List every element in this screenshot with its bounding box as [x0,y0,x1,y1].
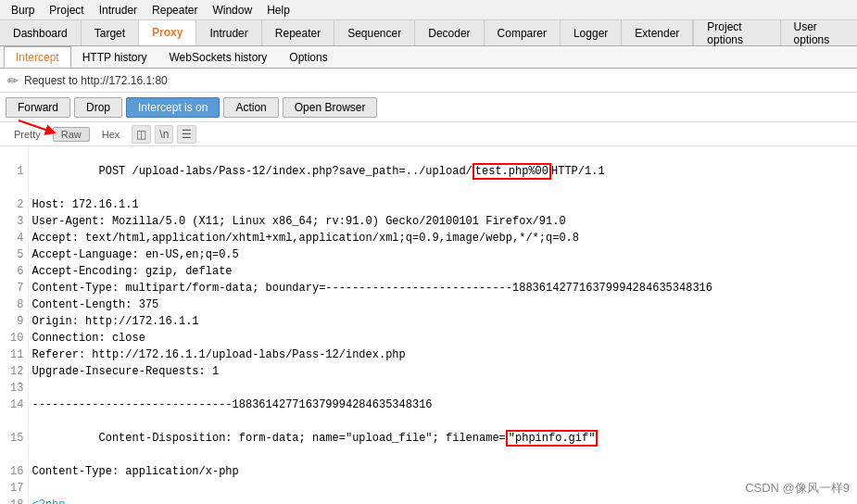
table-row: 2 Host: 172.16.1.1 [0,196,857,213]
line-number: 17 [0,480,28,497]
line-number: 2 [0,196,28,213]
menu-window[interactable]: Window [205,2,259,19]
line-number: 12 [0,363,28,380]
tab-decoder[interactable]: Decoder [415,20,484,45]
line-number: 15 [0,413,28,463]
line-content [28,380,857,397]
sub-tab-websockets[interactable]: WebSockets history [158,46,279,68]
table-row: 4 Accept: text/html,application/xhtml+xm… [0,230,857,246]
tab-intruder[interactable]: Intruder [196,20,261,45]
intercept-on-button[interactable]: Intercept is on [126,97,220,118]
menu-help[interactable]: Help [259,2,297,19]
main-tab-right: Project options User options [693,20,857,45]
view-raw[interactable]: Raw [53,127,90,142]
line-number: 13 [0,380,28,397]
view-bar: Pretty Raw Hex ◫ \n ☰ [0,122,857,146]
line-content: Referer: http://172.16.1.1/upload-labs/P… [28,346,857,363]
tab-user-options[interactable]: User options [780,20,857,45]
request-content-table: 1 POST /upload-labs/Pass-12/index.php?sa… [0,146,857,504]
sub-tab-intercept[interactable]: Intercept [4,46,71,68]
table-row: 18 <?php [0,497,857,504]
line-content: Origin: http://172.16.1.1 [28,313,857,330]
table-row: 10 Connection: close [0,330,857,346]
line-content: Content-Type: application/x-php [28,463,857,480]
menu-project[interactable]: Project [42,2,91,19]
table-row: 3 User-Agent: Mozilla/5.0 (X11; Linux x8… [0,213,857,230]
view-pretty[interactable]: Pretty [6,127,49,142]
table-row: 12 Upgrade-Insecure-Requests: 1 [0,363,857,380]
sub-tab-bar: Intercept HTTP history WebSockets histor… [0,46,857,69]
table-row: 6 Accept-Encoding: gzip, deflate [0,263,857,280]
tab-logger[interactable]: Logger [561,20,622,45]
line-text-before-15: Content-Disposition: form-data; name="up… [99,432,506,445]
table-row: 1 POST /upload-labs/Pass-12/index.php?sa… [0,146,857,196]
line-content: Host: 172.16.1.1 [28,196,857,213]
main-tab-bar: Dashboard Target Proxy Intruder Repeater… [0,20,857,46]
tab-sequencer[interactable]: Sequencer [334,20,415,45]
line-content: Accept: text/html,application/xhtml+xml,… [28,230,857,246]
request-info-bar: ✏ Request to http://172.16.1:80 [0,69,857,93]
watermark: CSDN @像风一样9 [745,480,850,497]
forward-button[interactable]: Forward [6,97,70,118]
request-info-label: Request to http://172.16.1:80 [24,74,168,87]
table-row: 16 Content-Type: application/x-php [0,463,857,480]
line-content: Connection: close [28,330,857,346]
table-row: 8 Content-Length: 375 [0,296,857,313]
line-content: Accept-Language: en-US,en;q=0.5 [28,246,857,263]
line-number: 1 [0,146,28,196]
tab-comparer[interactable]: Comparer [485,20,561,45]
line-number: 5 [0,246,28,263]
line-content: Upgrade-Insecure-Requests: 1 [28,363,857,380]
table-row: 5 Accept-Language: en-US,en;q=0.5 [0,246,857,263]
sub-tab-options[interactable]: Options [278,46,338,68]
menu-intruder[interactable]: Intruder [92,2,145,19]
highlighted-text-1: test.php%00 [473,163,551,180]
view-icon-3[interactable]: ☰ [177,125,196,144]
table-row: 9 Origin: http://172.16.1.1 [0,313,857,330]
line-number: 16 [0,463,28,480]
line-content: Content-Length: 375 [28,296,857,313]
content-area[interactable]: 1 POST /upload-labs/Pass-12/index.php?sa… [0,146,857,504]
table-row: 17 [0,480,857,497]
line-number: 11 [0,346,28,363]
tab-project-options[interactable]: Project options [693,20,779,45]
view-icon-2[interactable]: \n [155,125,173,144]
tab-repeater[interactable]: Repeater [262,20,334,45]
table-row: 15 Content-Disposition: form-data; name=… [0,413,857,463]
table-row: 11 Referer: http://172.16.1.1/upload-lab… [0,346,857,363]
line-content: Content-Type: multipart/form-data; bound… [28,280,857,296]
line-number: 18 [0,497,28,504]
line-number: 9 [0,313,28,330]
tab-target[interactable]: Target [82,20,139,45]
line-content: ------------------------------1883614277… [28,397,857,413]
line-number: 10 [0,330,28,346]
table-row: 13 [0,380,857,397]
sub-tab-http-history[interactable]: HTTP history [71,46,158,68]
line-text-before: POST /upload-labs/Pass-12/index.php?save… [99,165,473,178]
tab-dashboard[interactable]: Dashboard [0,20,82,45]
line-number: 7 [0,280,28,296]
tab-proxy[interactable]: Proxy [139,20,196,45]
view-hex[interactable]: Hex [94,127,129,142]
table-row: 14 ------------------------------1883614… [0,397,857,413]
menu-repeater[interactable]: Repeater [145,2,205,19]
line-content: Accept-Encoding: gzip, deflate [28,263,857,280]
line-number: 8 [0,296,28,313]
open-browser-button[interactable]: Open Browser [283,97,378,118]
line-number: 6 [0,263,28,280]
action-bar: Forward Drop Intercept is on Action Open… [0,93,857,122]
tab-extender[interactable]: Extender [622,20,693,45]
table-row: 7 Content-Type: multipart/form-data; bou… [0,280,857,296]
line-text-after: HTTP/1.1 [551,165,605,178]
menu-burp[interactable]: Burp [4,2,42,19]
line-number: 3 [0,213,28,230]
highlighted-text-2: "phpinfo.gif" [506,430,599,447]
action-button[interactable]: Action [223,97,278,118]
drop-button[interactable]: Drop [74,97,122,118]
view-icon-1[interactable]: ◫ [132,125,151,144]
line-number: 4 [0,230,28,246]
line-content: Content-Disposition: form-data; name="up… [28,413,857,463]
line-number: 14 [0,397,28,413]
menu-bar: Burp Project Intruder Repeater Window He… [0,0,857,20]
line-content: User-Agent: Mozilla/5.0 (X11; Linux x86_… [28,213,857,230]
